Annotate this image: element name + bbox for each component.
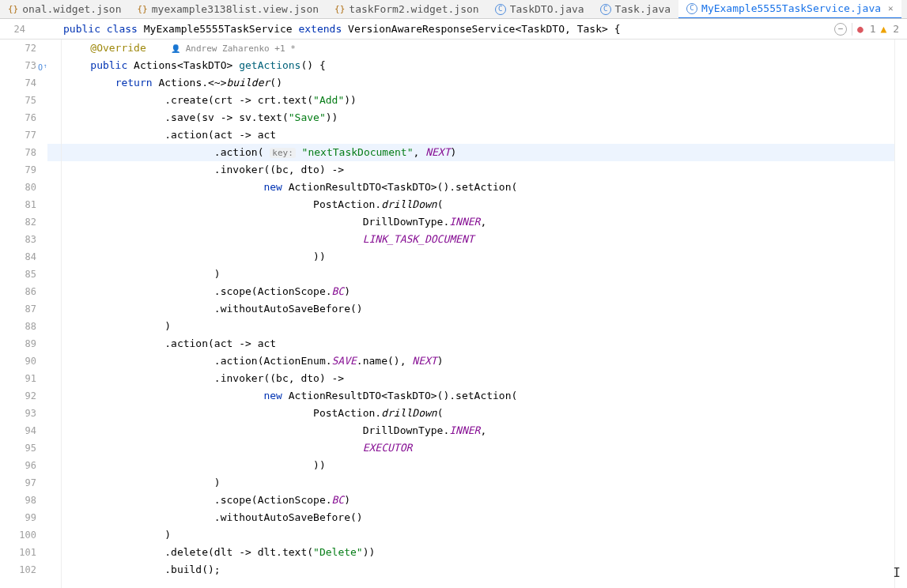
- line-number[interactable]: 75: [0, 92, 36, 109]
- line-number[interactable]: 80: [0, 179, 36, 196]
- code-area[interactable]: @Override 👤 Andrew Zaharenko +1 * public…: [47, 40, 894, 588]
- json-file-icon: {}: [8, 4, 18, 14]
- code-line[interactable]: ): [47, 266, 894, 283]
- line-number[interactable]: 85: [0, 266, 36, 283]
- line-number[interactable]: 92: [0, 387, 36, 405]
- code-line[interactable]: ): [47, 318, 894, 335]
- line-number[interactable]: 87: [0, 300, 36, 318]
- code-line[interactable]: .withoutAutoSaveBefore(): [47, 509, 894, 526]
- line-number[interactable]: 102: [0, 561, 36, 579]
- tab-onal-widget-json[interactable]: {}onal.widget.json: [0, 0, 129, 19]
- scrollbar-right[interactable]: 𝙸: [894, 40, 907, 588]
- java-class-icon: C: [686, 3, 697, 14]
- line-number[interactable]: 84: [0, 248, 36, 266]
- line-number[interactable]: 77: [0, 126, 36, 144]
- code-line[interactable]: DrillDownType.INNER,: [47, 213, 894, 231]
- parameter-hint: key:: [270, 148, 296, 158]
- line-number[interactable]: 88: [0, 318, 36, 335]
- line-number[interactable]: 86: [0, 283, 36, 300]
- code-line[interactable]: LINK_TASK_DOCUMENT: [47, 231, 894, 248]
- text-cursor-icon: 𝙸: [893, 565, 901, 580]
- sticky-class-code: public class MyExample5555TaskService ex…: [36, 23, 834, 35]
- code-line[interactable]: ): [47, 474, 894, 492]
- tab-label: Task.java: [615, 3, 671, 15]
- line-number[interactable]: 83: [0, 231, 36, 248]
- tab-Task-java[interactable]: CTask.java: [592, 0, 678, 19]
- line-number[interactable]: 91: [0, 370, 36, 387]
- line-number[interactable]: 78: [0, 144, 36, 161]
- code-line[interactable]: return Actions.<~>builder(): [47, 74, 894, 92]
- code-line[interactable]: .delete(dlt -> dlt.text("Delete")): [47, 544, 894, 561]
- code-line[interactable]: .action( key: "nextTaskDocument", NEXT): [47, 144, 894, 161]
- tab-label: taskForm2.widget.json: [349, 3, 478, 15]
- author-inlay[interactable]: 👤 Andrew Zaharenko +1 *: [171, 43, 296, 54]
- tab-myexample3138list-view-json[interactable]: {}myexample3138list.view.json: [129, 0, 327, 19]
- gutter[interactable]: 7273Oꜛ7475767778798081828384858687888990…: [0, 40, 47, 588]
- code-line[interactable]: PostAction.drillDown(: [47, 405, 894, 422]
- line-number[interactable]: 82: [0, 213, 36, 231]
- line-number[interactable]: 81: [0, 196, 36, 213]
- code-line[interactable]: .create(crt -> crt.text("Add")): [47, 92, 894, 109]
- override-gutter-icon[interactable]: Oꜛ: [38, 59, 47, 69]
- code-line[interactable]: new ActionResultDTO<TaskDTO>().setAction…: [47, 387, 894, 405]
- java-class-icon: C: [600, 4, 611, 15]
- line-number[interactable]: 95: [0, 439, 36, 457]
- tab-label: MyExample5555TaskService.java: [701, 2, 881, 14]
- code-line[interactable]: .scope(ActionScope.BC): [47, 492, 894, 509]
- json-file-icon: {}: [137, 4, 147, 14]
- code-line[interactable]: EXECUTOR: [47, 439, 894, 457]
- code-line[interactable]: ): [47, 526, 894, 544]
- code-line[interactable]: .action(act -> act: [47, 126, 894, 144]
- tab-taskForm2-widget-json[interactable]: {}taskForm2.widget.json: [327, 0, 487, 19]
- line-number[interactable]: 73Oꜛ: [0, 57, 36, 74]
- line-number[interactable]: 72: [0, 40, 36, 57]
- inspection-widget[interactable]: − ● 1 ▲ 2: [834, 23, 907, 36]
- json-file-icon: {}: [334, 4, 345, 14]
- line-number[interactable]: 96: [0, 457, 36, 474]
- error-indicator[interactable]: ● 1: [857, 23, 875, 35]
- code-line[interactable]: .invoker((bc, dto) ->: [47, 370, 894, 387]
- tab-label: TaskDTO.java: [510, 3, 584, 15]
- code-line[interactable]: .action(act -> act: [47, 335, 894, 352]
- tab-label: myexample3138list.view.json: [152, 3, 319, 15]
- warning-indicator[interactable]: ▲ 2: [881, 23, 899, 35]
- line-number[interactable]: 94: [0, 422, 36, 439]
- person-icon: 👤: [171, 44, 180, 53]
- tab-bar: {}onal.widget.json{}myexample3138list.vi…: [0, 0, 907, 19]
- code-line[interactable]: .build();: [47, 561, 894, 579]
- editor[interactable]: 7273Oꜛ7475767778798081828384858687888990…: [0, 40, 907, 588]
- code-line[interactable]: .action(ActionEnum.SAVE.name(), NEXT): [47, 352, 894, 370]
- line-number[interactable]: 99: [0, 509, 36, 526]
- code-line[interactable]: )): [47, 457, 894, 474]
- java-class-icon: C: [495, 4, 506, 15]
- line-number[interactable]: 89: [0, 335, 36, 352]
- code-line[interactable]: @Override 👤 Andrew Zaharenko +1 *: [47, 40, 894, 57]
- folding-strip[interactable]: [47, 40, 62, 588]
- code-line[interactable]: .invoker((bc, dto) ->: [47, 161, 894, 179]
- line-number[interactable]: 101: [0, 544, 36, 561]
- line-number[interactable]: 98: [0, 492, 36, 509]
- close-icon[interactable]: ✕: [888, 3, 894, 13]
- line-number[interactable]: 93: [0, 405, 36, 422]
- code-line[interactable]: public Actions<TaskDTO> getActions() {: [47, 57, 894, 74]
- code-line[interactable]: new ActionResultDTO<TaskDTO>().setAction…: [47, 179, 894, 196]
- line-number[interactable]: 97: [0, 474, 36, 492]
- code-line[interactable]: DrillDownType.INNER,: [47, 422, 894, 439]
- line-number[interactable]: 100: [0, 526, 36, 544]
- chevron-down-icon[interactable]: ⌄: [901, 3, 907, 15]
- tab-MyExample5555TaskService-java[interactable]: CMyExample5555TaskService.java✕: [678, 0, 901, 19]
- class-declaration-sticky: 24 public class MyExample5555TaskService…: [0, 19, 907, 40]
- tab-label: onal.widget.json: [22, 3, 121, 15]
- sticky-line-number: 24: [0, 24, 36, 35]
- line-number[interactable]: 90: [0, 352, 36, 370]
- line-number[interactable]: 74: [0, 74, 36, 92]
- code-line[interactable]: .withoutAutoSaveBefore(): [47, 300, 894, 318]
- code-line[interactable]: .scope(ActionScope.BC): [47, 283, 894, 300]
- code-line[interactable]: PostAction.drillDown(: [47, 196, 894, 213]
- code-line[interactable]: )): [47, 248, 894, 266]
- code-line[interactable]: .save(sv -> sv.text("Save")): [47, 109, 894, 126]
- collapse-icon[interactable]: −: [834, 23, 847, 36]
- line-number[interactable]: 79: [0, 161, 36, 179]
- line-number[interactable]: 76: [0, 109, 36, 126]
- tab-TaskDTO-java[interactable]: CTaskDTO.java: [487, 0, 592, 19]
